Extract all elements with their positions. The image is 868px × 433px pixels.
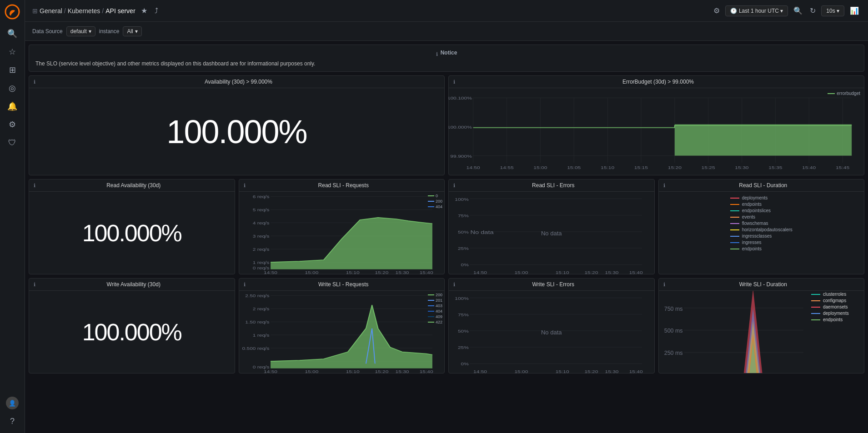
- sidebar-item-starred[interactable]: ☆: [4, 44, 20, 60]
- svg-text:15:40: 15:40: [419, 369, 433, 373]
- svg-marker-84: [271, 305, 432, 368]
- dur-legend-endpoints2: endpoints: [730, 246, 793, 251]
- svg-text:14:50: 14:50: [473, 369, 487, 373]
- dur-label-flowschemas: flowschemas: [742, 221, 768, 226]
- svg-text:0%: 0%: [461, 263, 469, 267]
- sidebar-item-alerting[interactable]: 🔔: [4, 98, 20, 114]
- time-range-label: Last 1 hour UTC ▾: [739, 8, 783, 14]
- read-errors-no-data: No data: [541, 229, 562, 236]
- svg-text:15:10: 15:10: [556, 369, 569, 373]
- zoom-out-button[interactable]: 🔍: [792, 5, 804, 17]
- availability-panel-title: Availability (30d) > 99.000%: [37, 79, 440, 85]
- w-legend-color-409: [428, 316, 434, 317]
- sidebar-item-dashboards[interactable]: ⊞: [4, 62, 20, 78]
- error-budget-panel-title: ErrorBudget (30d) > 99.000%: [457, 79, 859, 85]
- write-req-legend-403: 403: [428, 304, 442, 308]
- row-availability: ℹ Availability (30d) > 99.000% 100.000% …: [29, 75, 864, 175]
- svg-text:0 s: 0 s: [675, 372, 682, 373]
- read-sli-requests-title: Read SLI - Requests: [247, 182, 440, 189]
- refresh-interval-button[interactable]: 10s ▾: [821, 5, 844, 16]
- svg-text:15:30: 15:30: [395, 270, 409, 274]
- svg-text:100%: 100%: [455, 296, 469, 300]
- write-req-legend: 200 201 403 404: [428, 293, 442, 324]
- svg-text:99.900%: 99.900%: [450, 154, 472, 159]
- dur-legend-endpointslices: endpointslices: [730, 208, 793, 213]
- read-req-legend-200: 200: [428, 199, 442, 204]
- notice-title: Notice: [441, 50, 457, 56]
- sidebar-item-search[interactable]: 🔍: [4, 25, 20, 42]
- read-availability-title: Read Availability (30d): [37, 182, 230, 189]
- write-sli-errors-header: ℹ Write SLI - Errors: [449, 279, 654, 291]
- svg-text:15:00: 15:00: [533, 165, 547, 170]
- breadcrumb-apiserver[interactable]: API server: [105, 7, 135, 15]
- refresh-button[interactable]: ↻: [808, 5, 818, 17]
- wdur-legend-deployments: deployments: [811, 311, 862, 316]
- dur-color-ingressclasses: [730, 236, 739, 237]
- read-availability-body: 100.000%: [29, 192, 235, 274]
- svg-text:15:20: 15:20: [668, 165, 682, 170]
- dur-legend-flowschemas: flowschemas: [730, 221, 793, 226]
- star-dashboard-button[interactable]: ★: [139, 5, 149, 17]
- svg-text:100.000%: 100.000%: [449, 124, 472, 129]
- share-dashboard-button[interactable]: ⤴: [153, 5, 160, 17]
- wdur-legend-daemonsets: daemonsets: [811, 304, 862, 309]
- w-legend-color-200: [428, 294, 434, 295]
- sidebar-item-explore[interactable]: ◎: [4, 80, 20, 96]
- write-availability-value: 100.000%: [82, 319, 181, 346]
- sidebar-item-user[interactable]: 👤: [4, 395, 20, 411]
- dashboard-settings-button[interactable]: ⚙: [712, 5, 722, 17]
- instance-select[interactable]: All ▾: [123, 26, 141, 36]
- instance-value: All: [127, 28, 133, 35]
- breadcrumb-general[interactable]: General: [40, 7, 62, 15]
- breadcrumb: ⊞ General / Kubernetes / API server: [32, 7, 135, 15]
- sidebar-item-help[interactable]: ?: [4, 413, 20, 429]
- svg-text:15:45: 15:45: [836, 165, 849, 170]
- error-budget-legend: errorbudget: [828, 91, 860, 96]
- read-sli-errors-panel: ℹ Read SLI - Errors 100% 75% 50% 25%: [448, 179, 655, 274]
- w-legend-label-409: 409: [436, 314, 442, 319]
- time-range-button[interactable]: 🕐 Last 1 hour UTC ▾: [725, 5, 788, 16]
- svg-text:15:00: 15:00: [305, 270, 318, 274]
- read-sli-errors-title: Read SLI - Errors: [457, 182, 650, 189]
- notice-text: The SLO (service level objective) and ot…: [35, 60, 858, 67]
- wdur-label-deployments: deployments: [823, 311, 849, 316]
- sidebar-item-shield[interactable]: 🛡: [4, 134, 20, 151]
- legend-color-0: [428, 195, 434, 196]
- wdur-label-endpoints: endpoints: [823, 317, 843, 322]
- w-legend-label-201: 201: [436, 298, 442, 303]
- write-sli-requests-title: Write SLI - Requests: [247, 281, 440, 288]
- breadcrumb-kubernetes[interactable]: Kubernetes: [68, 7, 100, 15]
- sidebar-item-configuration[interactable]: ⚙: [4, 116, 20, 133]
- w-legend-color-422: [428, 322, 434, 323]
- dur-color-deployments: [730, 198, 739, 199]
- read-req-legend: 0 200 404: [428, 194, 442, 209]
- datasource-label: Data Source: [32, 28, 63, 35]
- dur-color-endpoints2: [730, 249, 739, 249]
- dur-color-ingresses: [730, 242, 739, 243]
- svg-text:15:30: 15:30: [605, 270, 619, 274]
- add-panel-button[interactable]: 📊: [848, 5, 861, 17]
- dur-color-endpoints: [730, 204, 739, 205]
- sidebar-logo[interactable]: [4, 4, 20, 20]
- error-budget-panel: ℹ ErrorBudget (30d) > 99.000% errorbudge…: [448, 75, 864, 175]
- svg-text:0.500 req/s: 0.500 req/s: [242, 346, 269, 351]
- wdur-label-configmaps: configmaps: [823, 298, 846, 303]
- svg-text:15:10: 15:10: [346, 270, 359, 274]
- svg-text:3 req/s: 3 req/s: [252, 234, 269, 239]
- write-availability-body: 100.000%: [29, 291, 235, 373]
- notice-panel: ℹ Notice The SLO (service level objectiv…: [29, 45, 864, 72]
- write-sli-errors-panel: ℹ Write SLI - Errors 100% 75% 50% 25%: [448, 278, 655, 373]
- svg-text:15:10: 15:10: [601, 165, 614, 170]
- write-dur-chart-area: 1 s 750 ms 500 ms 250 ms 0 s: [659, 291, 810, 373]
- read-avail-info-icon: ℹ: [34, 183, 35, 189]
- datasource-select[interactable]: default ▾: [66, 26, 95, 36]
- write-errors-no-data: No data: [541, 328, 562, 335]
- read-sli-duration-panel: ℹ Read SLI - Duration deployments endpoi…: [658, 179, 865, 274]
- legend-label-404: 404: [436, 204, 442, 209]
- svg-text:500 ms: 500 ms: [664, 328, 682, 334]
- svg-text:15:30: 15:30: [735, 165, 748, 170]
- svg-text:25%: 25%: [458, 246, 469, 251]
- filterbar: Data Source default ▾ instance All ▾: [25, 22, 868, 41]
- read-sli-requests-panel: ℹ Read SLI - Requests 0 200: [239, 179, 445, 274]
- svg-text:1.50 req/s: 1.50 req/s: [245, 320, 269, 324]
